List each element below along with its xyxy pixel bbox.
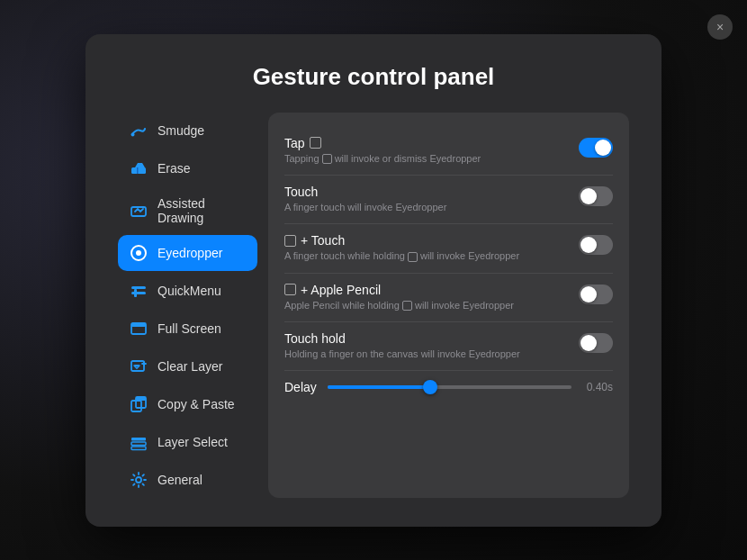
sidebar-item-full-screen[interactable]: Full Screen: [118, 311, 257, 347]
touch-plus-toggle-thumb: [580, 237, 597, 253]
sidebar-item-general-label: General: [158, 473, 202, 487]
gesture-touch-hold-label: Touch hold: [284, 331, 579, 346]
apple-pencil-toggle-track[interactable]: [579, 285, 613, 304]
apple-pencil-key-icon: [284, 284, 296, 295]
touch-toggle-thumb: [580, 188, 597, 204]
tap-toggle-thumb: [595, 140, 611, 156]
touch-toggle[interactable]: [579, 186, 613, 206]
touch-plus-toggle-track[interactable]: [579, 235, 613, 255]
quickmenu-icon: [129, 281, 148, 301]
gesture-touch-label: Touch: [284, 185, 579, 199]
delay-label: Delay: [284, 380, 317, 394]
tap-key-icon: [310, 137, 321, 149]
gesture-touch-hold-info: Touch hold Holding a finger on the canva…: [284, 331, 579, 361]
touch-plus-desc-key-icon: [408, 252, 418, 262]
delay-slider-value: 0.40s: [580, 381, 613, 393]
svg-point-18: [136, 477, 141, 483]
sidebar-item-layer-select-label: Layer Select: [158, 435, 228, 449]
sidebar-item-clear-layer-label: Clear Layer: [158, 359, 222, 374]
gesture-touch-hold-row: Touch hold Holding a finger on the canva…: [284, 322, 613, 371]
tap-toggle[interactable]: [579, 138, 613, 158]
close-button[interactable]: ×: [707, 14, 733, 40]
smudge-icon: [129, 121, 148, 140]
svg-rect-17: [131, 447, 146, 450]
sidebar-item-eyedropper-label: Eyedropper: [158, 246, 222, 260]
apple-pencil-toggle-thumb: [580, 286, 597, 303]
gesture-apple-pencil-row: + Apple Pencil Apple Pencil while holdin…: [284, 274, 613, 322]
gesture-touch-hold-desc: Holding a finger on the canvas will invo…: [284, 348, 579, 361]
delay-slider-track[interactable]: [328, 385, 572, 389]
full-screen-icon: [129, 319, 148, 339]
gesture-apple-pencil-label: + Apple Pencil: [284, 283, 579, 297]
sidebar-item-copy-paste[interactable]: Copy & Paste: [118, 386, 257, 422]
touch-plus-key-icon: [284, 235, 296, 247]
tap-desc-key-icon: [322, 154, 332, 164]
sidebar-item-layer-select[interactable]: Layer Select: [118, 424, 257, 460]
sidebar-item-eyedropper[interactable]: Eyedropper: [118, 235, 257, 271]
gesture-touch-plus-row: + Touch A finger touch while holding wil…: [284, 224, 613, 273]
gesture-apple-pencil-desc: Apple Pencil while holding will invoke E…: [284, 299, 579, 312]
gesture-tap-info: Tap Tapping will invoke or dismiss Eyedr…: [284, 136, 579, 166]
gesture-touch-info: Touch A finger touch will invoke Eyedrop…: [284, 185, 579, 214]
copy-paste-icon: [129, 394, 148, 414]
sidebar-item-smudge-label: Smudge: [158, 123, 204, 138]
delay-slider-thumb[interactable]: [423, 380, 437, 394]
sidebar: Smudge Erase: [118, 113, 257, 498]
apple-pencil-desc-key-icon: [402, 301, 412, 311]
gesture-tap-label: Tap: [284, 136, 579, 150]
sidebar-item-full-screen-label: Full Screen: [158, 321, 221, 336]
assisted-drawing-icon: [129, 201, 148, 221]
panel-body: Smudge Erase: [118, 113, 629, 498]
svg-rect-8: [134, 289, 137, 297]
svg-rect-2: [137, 167, 139, 174]
svg-rect-6: [131, 286, 146, 289]
erase-icon: [129, 158, 148, 178]
svg-rect-10: [131, 323, 146, 327]
gesture-tap-row: Tap Tapping will invoke or dismiss Eyedr…: [284, 127, 613, 176]
gesture-touch-row: Touch A finger touch will invoke Eyedrop…: [284, 176, 613, 224]
touch-hold-toggle[interactable]: [579, 333, 613, 353]
svg-point-5: [136, 250, 141, 256]
delay-row: Delay 0.40s: [284, 371, 613, 403]
sidebar-item-smudge[interactable]: Smudge: [118, 113, 257, 149]
svg-rect-14: [136, 397, 146, 401]
gesture-control-panel: Gesture control panel Smudge: [86, 34, 662, 527]
svg-rect-1: [131, 167, 146, 174]
gesture-apple-pencil-info: + Apple Pencil Apple Pencil while holdin…: [284, 283, 579, 312]
sidebar-item-quickmenu[interactable]: QuickMenu: [118, 273, 257, 309]
gesture-touch-plus-label: + Touch: [284, 233, 579, 248]
general-icon: [129, 470, 148, 490]
touch-toggle-track[interactable]: [579, 186, 613, 206]
content-area: Tap Tapping will invoke or dismiss Eyedr…: [268, 113, 629, 498]
sidebar-item-erase-label: Erase: [158, 161, 191, 176]
touch-hold-toggle-thumb: [580, 335, 597, 351]
clear-layer-icon: [129, 357, 148, 376]
sidebar-item-copy-paste-label: Copy & Paste: [158, 397, 235, 411]
sidebar-item-clear-layer[interactable]: Clear Layer: [118, 348, 257, 384]
gesture-touch-plus-desc: A finger touch while holding will invoke…: [284, 249, 579, 263]
gesture-touch-desc: A finger touch will invoke Eyedropper: [284, 201, 579, 214]
sidebar-item-erase[interactable]: Erase: [118, 150, 257, 186]
touch-hold-toggle-track[interactable]: [579, 333, 613, 353]
gesture-tap-desc: Tapping will invoke or dismiss Eyedroppe…: [284, 152, 579, 166]
layer-select-icon: [129, 432, 148, 452]
svg-rect-16: [131, 442, 146, 446]
sidebar-item-quickmenu-label: QuickMenu: [158, 284, 221, 298]
delay-slider-container: 0.40s: [328, 381, 613, 393]
sidebar-item-general[interactable]: General: [118, 462, 257, 498]
sidebar-item-assisted-drawing-label: Assisted Drawing: [158, 196, 247, 225]
svg-rect-7: [131, 292, 146, 294]
sidebar-item-assisted-drawing[interactable]: Assisted Drawing: [118, 188, 257, 233]
svg-rect-15: [131, 438, 146, 441]
svg-point-0: [131, 132, 135, 136]
panel-title: Gesture control panel: [118, 63, 629, 91]
apple-pencil-toggle[interactable]: [579, 285, 613, 304]
touch-plus-toggle[interactable]: [579, 235, 613, 255]
gesture-touch-plus-info: + Touch A finger touch while holding wil…: [284, 233, 579, 263]
eyedropper-icon: [129, 243, 148, 263]
delay-slider-fill: [328, 385, 430, 389]
tap-toggle-track[interactable]: [579, 138, 613, 158]
